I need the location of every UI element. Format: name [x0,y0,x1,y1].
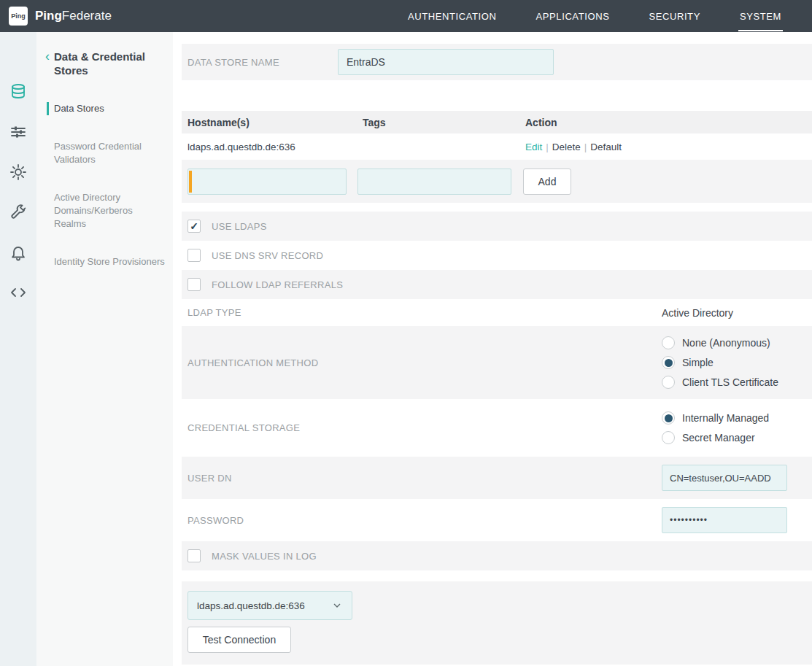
new-hostname-input[interactable] [187,169,347,195]
sidebar-title: Data & Credential Stores [54,50,152,77]
top-bar: Ping PingFederate AUTHENTICATION APPLICA… [0,0,812,32]
checkmark-icon: ✓ [190,221,198,231]
host-hostname-cell: ldaps.ad.questdb.de:636 [187,142,363,152]
ldap-type-value: Active Directory [662,307,733,319]
cred-option-internally-managed-label: Internally Managed [682,412,769,424]
use-dns-srv-label: USE DNS SRV RECORD [212,250,323,261]
test-connection-button[interactable]: Test Connection [187,627,291,653]
follow-ldap-referrals-label: FOLLOW LDAP REFERRALS [212,279,343,290]
follow-ldap-referrals-row: ✓ FOLLOW LDAP REFERRALS [182,270,812,299]
password-label: PASSWORD [187,515,662,526]
action-separator: | [584,142,587,152]
hostname-column-header: Hostname(s) [187,117,363,128]
action-column-header: Action [525,117,812,128]
cred-option-internally-managed[interactable]: Internally Managed [662,411,769,425]
use-dns-srv-checkbox[interactable]: ✓ [187,249,201,262]
sidebar-item-ad-domains-kerberos[interactable]: Active Directory Domains/Kerberos Realms [47,191,166,231]
follow-ldap-referrals-checkbox[interactable]: ✓ [187,278,201,291]
sidebar-item-identity-store-provisioners[interactable]: Identity Store Provisioners [47,255,166,268]
radio-secret-manager[interactable] [662,431,675,444]
sidebar: ‹ Data & Credential Stores Data Stores P… [36,32,173,666]
authentication-method-row: AUTHENTICATION METHOD None (Anonymous) S… [182,326,812,399]
credential-storage-label: CREDENTIAL STORAGE [187,422,662,433]
sliders-icon[interactable] [9,123,27,141]
sidebar-item-data-stores[interactable]: Data Stores [47,102,166,115]
chevron-down-icon [331,600,343,611]
host-table-row: ldaps.ad.questdb.de:636 Edit|Delete|Defa… [182,133,812,160]
bell-icon[interactable] [9,244,27,261]
nav-authentication[interactable]: AUTHENTICATION [406,1,498,31]
top-nav: AUTHENTICATION APPLICATIONS SECURITY SYS… [406,1,812,31]
delete-link[interactable]: Delete [552,142,581,152]
credential-storage-row: CREDENTIAL STORAGE Internally Managed Se… [182,399,812,457]
user-dn-input[interactable] [662,465,787,491]
app-window: Ping PingFederate AUTHENTICATION APPLICA… [0,0,812,666]
use-ldaps-row: ✓ USE LDAPS [182,212,812,241]
new-tags-input[interactable] [357,169,511,195]
host-actions-cell: Edit|Delete|Default [525,142,812,152]
sidebar-menu: Data Stores Password Credential Validato… [45,102,173,268]
ldap-type-row: LDAP TYPE Active Directory [182,299,812,326]
auth-option-client-tls[interactable]: Client TLS Certificate [662,376,778,389]
auth-option-none-label: None (Anonymous) [682,337,770,349]
data-stores-icon[interactable] [9,83,27,101]
host-select-dropdown[interactable]: ldaps.ad.questdb.de:636 [187,591,352,620]
radio-none-anonymous[interactable] [662,336,675,349]
new-hostname-field-wrap [187,169,347,195]
brand-title: PingFederate [35,9,112,23]
password-input[interactable] [662,507,787,533]
nav-system[interactable]: SYSTEM [738,1,783,31]
host-select-value: ldaps.ad.questdb.de:636 [197,600,305,611]
main-content: DATA STORE NAME Hostname(s) Tags Action … [173,32,812,666]
credential-storage-options: Internally Managed Secret Manager [662,411,769,444]
sidebar-back-link[interactable]: ‹ Data & Credential Stores [45,50,173,77]
edit-link[interactable]: Edit [525,142,542,152]
authentication-method-label: AUTHENTICATION METHOD [187,357,662,368]
spacer [182,203,812,212]
mask-values-row: ✓ MASK VALUES IN LOG [182,541,812,570]
auth-option-simple-label: Simple [682,357,714,368]
spacer [182,570,812,581]
cred-option-secret-manager[interactable]: Secret Manager [662,431,769,444]
nav-applications[interactable]: APPLICATIONS [535,1,611,31]
use-ldaps-checkbox[interactable]: ✓ [187,220,201,233]
add-host-row: Add [182,160,812,203]
ldap-type-label: LDAP TYPE [187,307,662,318]
use-ldaps-label: USE LDAPS [212,221,267,232]
brand-light: Federate [62,9,112,23]
default-link[interactable]: Default [590,142,622,152]
code-icon[interactable] [9,284,27,301]
action-separator: | [546,142,549,152]
sidebar-item-password-credential-validators[interactable]: Password Credential Validators [47,140,166,166]
data-store-name-input[interactable] [338,49,554,75]
brand-bold: Ping [35,9,62,23]
tags-column-header: Tags [363,117,525,128]
user-dn-label: USER DN [187,473,662,484]
radio-internally-managed[interactable] [662,411,675,425]
user-dn-row: USER DN [182,457,812,499]
mask-values-label: MASK VALUES IN LOG [212,551,317,562]
data-store-name-row: DATA STORE NAME [182,44,812,80]
nav-security[interactable]: SECURITY [647,1,702,31]
mask-values-checkbox[interactable]: ✓ [187,549,201,562]
password-row: PASSWORD [182,499,812,541]
data-store-name-label: DATA STORE NAME [187,57,338,68]
back-chevron-icon: ‹ [45,50,50,63]
authentication-method-options: None (Anonymous) Simple Client TLS Certi… [662,336,778,389]
gear-icon[interactable] [9,163,27,181]
test-connection-section: ldaps.ad.questdb.de:636 Test Connection [182,581,812,665]
radio-simple[interactable] [662,356,675,369]
use-dns-srv-row: ✓ USE DNS SRV RECORD [182,241,812,270]
auth-option-none[interactable]: None (Anonymous) [662,336,778,349]
auth-option-simple[interactable]: Simple [662,356,778,369]
radio-client-tls-certificate[interactable] [662,376,675,389]
hosts-table-header: Hostname(s) Tags Action [182,111,812,133]
cred-option-secret-manager-label: Secret Manager [682,432,755,444]
icon-rail [0,32,36,666]
new-tags-field-wrap [357,169,511,195]
wrench-icon[interactable] [9,204,27,221]
ping-logo-icon: Ping [9,7,28,26]
add-host-button[interactable]: Add [523,169,571,195]
auth-option-client-tls-label: Client TLS Certificate [682,376,778,388]
